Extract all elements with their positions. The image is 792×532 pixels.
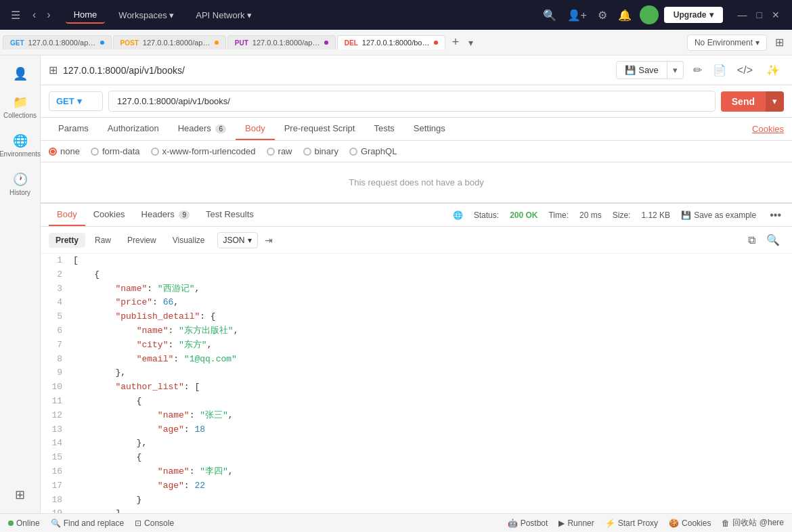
tab-tests[interactable]: Tests — [364, 118, 403, 140]
avatar[interactable] — [640, 5, 659, 24]
runner-icon: ▶ — [558, 518, 565, 528]
cookies-bottom-button[interactable]: 🍪 Cookies — [669, 517, 711, 529]
method-selector[interactable]: GET ▾ — [49, 91, 103, 111]
save-button[interactable]: 💾 Save — [616, 61, 667, 79]
tab-modified-dot — [215, 41, 219, 45]
online-label: Online — [16, 518, 40, 528]
maximize-button[interactable]: □ — [753, 7, 766, 23]
resp-tab-body[interactable]: Body — [49, 204, 85, 226]
body-option-none[interactable]: none — [49, 146, 80, 156]
tab-pre-request-script[interactable]: Pre-request Script — [275, 118, 365, 140]
globe-icon[interactable]: 🌐 — [453, 210, 463, 220]
body-option-binary[interactable]: binary — [303, 146, 338, 156]
notifications-button[interactable]: 🔔 — [615, 6, 634, 24]
add-tab-button[interactable]: + — [447, 35, 465, 49]
radio-none — [49, 148, 57, 156]
save-dropdown-button[interactable]: ▾ — [667, 61, 684, 79]
json-line-10: 10 "author_list": [ — [49, 380, 784, 395]
tab-body[interactable]: Body — [236, 118, 275, 140]
save-icon: 💾 — [625, 65, 636, 75]
format-visualize[interactable]: Visualize — [166, 233, 212, 248]
more-tabs-button[interactable]: ▾ — [464, 37, 477, 48]
sidebar-item-history[interactable]: 🕐 History — [3, 167, 38, 202]
save-as-example-button[interactable]: 💾 Save as example — [681, 210, 756, 220]
send-button[interactable]: Send — [721, 91, 766, 112]
start-proxy-button[interactable]: ⚡ Start Proxy — [605, 517, 658, 529]
body-option-raw[interactable]: raw — [267, 146, 292, 156]
console-button[interactable]: ⊡ Console — [135, 518, 174, 528]
nav-forward-button[interactable]: › — [43, 7, 54, 22]
cookies-link[interactable]: Cookies — [752, 124, 784, 134]
resp-tab-test-results[interactable]: Test Results — [198, 204, 262, 226]
body-option-urlencoded[interactable]: x-www-form-urlencoded — [151, 146, 256, 156]
request-tab-1[interactable]: POST 127.0.0.1:8000/api/v1/ — [113, 35, 226, 49]
menu-toggle-button[interactable]: ☰ — [8, 6, 23, 24]
new-collection-icon: ⊞ — [15, 487, 25, 502]
edit-button[interactable]: ✏ — [689, 61, 706, 79]
sidebar-item-account[interactable]: 👤 — [3, 61, 38, 87]
tab-authorization[interactable]: Authorization — [98, 118, 169, 140]
nav-back-button[interactable]: ‹ — [28, 7, 40, 22]
url-input[interactable] — [108, 91, 716, 112]
api-network-nav-item[interactable]: API Network ▾ — [188, 7, 260, 23]
add-collaborator-button[interactable]: 👤+ — [565, 6, 590, 24]
settings-button[interactable]: ⚙ — [595, 6, 610, 24]
headers-badge: 6 — [215, 125, 226, 133]
tab-params[interactable]: Params — [49, 118, 98, 140]
sidebar-item-environments[interactable]: 🌐 Environments — [3, 128, 38, 164]
response-more-button[interactable]: ••• — [767, 206, 784, 224]
format-preview[interactable]: Preview — [120, 233, 163, 248]
request-tab-0[interactable]: GET 127.0.0.1:8000/api/v1/b — [3, 35, 112, 49]
account-icon: 👤 — [13, 66, 28, 81]
find-replace-button[interactable]: 🔍 Find and replace — [51, 518, 124, 528]
page-title: 127.0.0.1:8000/api/v1/books/ — [63, 65, 611, 76]
documentation-button[interactable]: 📄 — [709, 61, 730, 79]
code-button[interactable]: </> — [733, 61, 757, 79]
recycle-bin-button[interactable]: 🗑 回收站 @here — [722, 517, 784, 529]
size-label: Size: — [613, 210, 631, 220]
time-label: Time: — [548, 210, 569, 220]
json-line-6: 6 "name": "东方出版社", — [49, 324, 784, 338]
sidebar: 👤 📁 Collections 🌐 Environments 🕐 History… — [0, 56, 41, 513]
tab-modified-dot — [324, 41, 328, 45]
body-option-formdata[interactable]: form-data — [91, 146, 140, 156]
sidebar-item-new-collection[interactable]: ⊞ — [3, 482, 38, 508]
env-label: No Environment — [695, 38, 753, 47]
tab-headers[interactable]: Headers 6 — [169, 118, 236, 140]
wrap-button[interactable]: ⇥ — [261, 232, 277, 248]
home-nav-item[interactable]: Home — [66, 7, 106, 24]
format-raw[interactable]: Raw — [88, 233, 118, 248]
request-tab-2[interactable]: PUT 127.0.0.1:8000/api/v1/b — [227, 35, 336, 49]
search-button[interactable]: 🔍 — [540, 6, 559, 24]
minimize-button[interactable]: — — [734, 7, 751, 23]
environment-selector[interactable]: No Environment ▾ — [687, 35, 767, 51]
format-pretty[interactable]: Pretty — [49, 233, 85, 248]
online-indicator — [8, 520, 14, 526]
json-line-17: 17 "age": 22 — [49, 479, 784, 493]
tab-modified-dot — [100, 41, 104, 45]
method-label: DEL — [345, 39, 358, 47]
runner-button[interactable]: ▶ Runner — [558, 517, 594, 529]
resp-tab-cookies[interactable]: Cookies — [85, 204, 133, 226]
tab-settings[interactable]: Settings — [404, 118, 455, 140]
resp-tab-headers[interactable]: Headers 9 — [133, 204, 198, 226]
postbot-button[interactable]: 🤖 Postbot — [508, 517, 548, 529]
search-response-button[interactable]: 🔍 — [762, 231, 784, 249]
json-line-4: 4 "price": 66, — [49, 296, 784, 310]
radio-graphql — [349, 148, 357, 156]
json-line-13: 13 "age": 18 — [49, 423, 784, 437]
workspaces-nav-item[interactable]: Workspaces ▾ — [110, 7, 182, 23]
body-option-graphql[interactable]: GraphQL — [349, 146, 397, 156]
method-label: GET — [10, 39, 24, 47]
close-button[interactable]: ✕ — [768, 7, 784, 23]
send-dropdown-button[interactable]: ▾ — [766, 91, 784, 112]
url-bar: GET ▾ Send ▾ — [41, 85, 792, 118]
copy-response-button[interactable]: ⧉ — [744, 231, 760, 249]
json-line-11: 11 { — [49, 395, 784, 409]
json-format-select[interactable]: JSON ▾ — [217, 232, 258, 248]
request-tab-3[interactable]: DEL 127.0.0.1:8000/books/7 — [337, 35, 445, 49]
sidebar-item-collections[interactable]: 📁 Collections — [3, 89, 38, 125]
grid-view-button[interactable]: ⊞ — [770, 33, 789, 51]
upgrade-button[interactable]: Upgrade ▾ — [664, 7, 723, 23]
magic-button[interactable]: ✨ — [762, 61, 784, 79]
